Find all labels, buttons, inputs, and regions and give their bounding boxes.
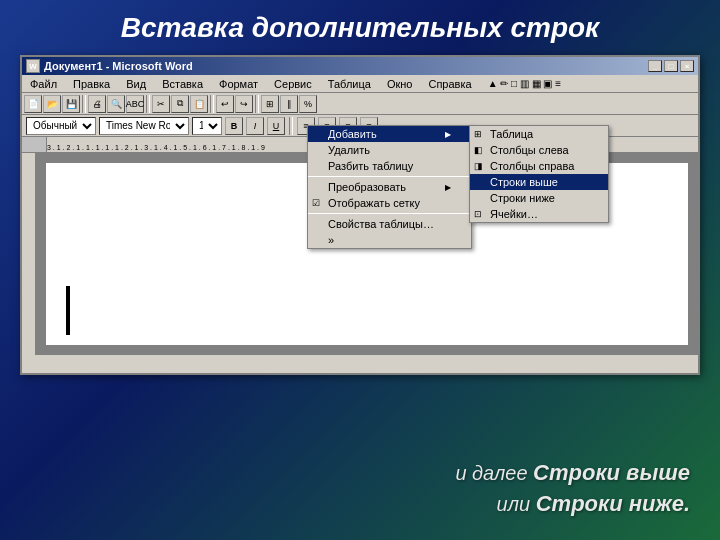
save-button[interactable]: 💾	[62, 95, 80, 113]
word-icon: W	[29, 62, 37, 71]
col-right-icon: ◨	[474, 161, 483, 171]
menu-insert[interactable]: Вставка	[158, 77, 207, 91]
sub-row-below[interactable]: Строки ниже	[470, 190, 608, 206]
table-cell	[69, 303, 70, 319]
ctx-convert-label: Преобразовать	[328, 181, 406, 193]
bottom-line1: и далее Строки выше	[455, 458, 690, 489]
slide-title: Вставка дополнительных строк	[0, 0, 720, 52]
sub-row-above-label: Строки выше	[490, 176, 558, 188]
copy-button[interactable]: ⧉	[171, 95, 189, 113]
print-button[interactable]: 🖨	[88, 95, 106, 113]
undo-button[interactable]: ↩	[216, 95, 234, 113]
sub-col-left-label: Столбцы слева	[490, 144, 569, 156]
ctx-split[interactable]: Разбить таблицу	[308, 158, 471, 174]
sub-table[interactable]: ⊞ Таблица	[470, 126, 608, 142]
spell-button[interactable]: ABC	[126, 95, 144, 113]
sub-row-below-label: Строки ниже	[490, 192, 555, 204]
toolbar-row: 📄 📂 💾 🖨 🔍 ABC ✂ ⧉ 📋 ↩ ↪ ⊞ ∥ %	[22, 93, 698, 115]
menu-service[interactable]: Сервис	[270, 77, 316, 91]
toolbar-sep4	[255, 95, 259, 113]
ctx-add[interactable]: Добавить	[308, 126, 471, 142]
ctx-add-label: Добавить	[328, 128, 377, 140]
table-row	[67, 319, 70, 335]
menu-file[interactable]: Файл	[26, 77, 61, 91]
ctx-delete[interactable]: Удалить	[308, 142, 471, 158]
toolbar-sep1	[82, 95, 86, 113]
font-dropdown[interactable]: Times New Roman	[99, 117, 189, 135]
menu-format[interactable]: Формат	[215, 77, 262, 91]
menu-bar: Файл Правка Вид Вставка Формат Сервис Та…	[22, 75, 698, 93]
table-cell	[69, 287, 70, 303]
new-button[interactable]: 📄	[24, 95, 42, 113]
toolbar-sep2	[146, 95, 150, 113]
ctx-grid[interactable]: ☑ Отображать сетку	[308, 195, 471, 211]
table-button[interactable]: ⊞	[261, 95, 279, 113]
minimize-button[interactable]: _	[648, 60, 662, 72]
close-button[interactable]: ×	[680, 60, 694, 72]
menu-extra-icons: ▲ ✏ □ ▥ ▦ ▣ ≡	[488, 78, 561, 89]
ctx-convert[interactable]: Преобразовать	[308, 179, 471, 195]
bottom-text: и далее Строки выше или Строки ниже.	[455, 458, 690, 520]
size-dropdown[interactable]: 12	[192, 117, 222, 135]
maximize-button[interactable]: □	[664, 60, 678, 72]
ctx-sep1	[308, 176, 471, 177]
sub-col-left[interactable]: ◧ Столбцы слева	[470, 142, 608, 158]
table-context-menu: Добавить Удалить Разбить таблицу Преобра…	[307, 125, 472, 249]
zoom-button[interactable]: %	[299, 95, 317, 113]
sub-cells-label: Ячейки…	[490, 208, 538, 220]
preview-button[interactable]: 🔍	[107, 95, 125, 113]
left-ruler	[22, 153, 36, 355]
redo-button[interactable]: ↪	[235, 95, 253, 113]
sub-table-label: Таблица	[490, 128, 533, 140]
sub-row-above[interactable]: Строки выше	[470, 174, 608, 190]
add-submenu: ⊞ Таблица ◧ Столбцы слева ◨ Столбцы спра…	[469, 125, 609, 223]
open-button[interactable]: 📂	[43, 95, 61, 113]
cells-icon: ⊡	[474, 209, 482, 219]
word-window: W Документ1 - Microsoft Word _ □ × Файл …	[20, 55, 700, 375]
menu-table[interactable]: Таблица	[324, 77, 375, 91]
columns-button[interactable]: ∥	[280, 95, 298, 113]
app-icon: W	[26, 59, 40, 73]
bottom-line2: или Строки ниже.	[455, 489, 690, 520]
ctx-sep2	[308, 213, 471, 214]
ctx-split-label: Разбить таблицу	[328, 160, 413, 172]
toolbar-sep3	[210, 95, 214, 113]
document-table	[66, 286, 70, 335]
format-sep	[289, 117, 293, 135]
menu-help[interactable]: Справка	[424, 77, 475, 91]
style-dropdown[interactable]: Обычный	[26, 117, 96, 135]
table-row	[67, 287, 70, 303]
table-row	[67, 303, 70, 319]
menu-edit[interactable]: Правка	[69, 77, 114, 91]
sub-col-right-label: Столбцы справа	[490, 160, 574, 172]
sub-col-right[interactable]: ◨ Столбцы справа	[470, 158, 608, 174]
menu-view[interactable]: Вид	[122, 77, 150, 91]
ctx-more-label: »	[328, 234, 334, 246]
ctx-grid-label: Отображать сетку	[328, 197, 420, 209]
table-icon: ⊞	[474, 129, 482, 139]
title-bar-controls: _ □ ×	[648, 60, 694, 72]
italic-button[interactable]: I	[246, 117, 264, 135]
cut-button[interactable]: ✂	[152, 95, 170, 113]
col-left-icon: ◧	[474, 145, 483, 155]
title-bar-text: Документ1 - Microsoft Word	[44, 60, 193, 72]
sub-cells[interactable]: ⊡ Ячейки…	[470, 206, 608, 222]
ctx-delete-label: Удалить	[328, 144, 370, 156]
bold-button[interactable]: B	[225, 117, 243, 135]
ctx-properties-label: Свойства таблицы…	[328, 218, 434, 230]
ctx-properties[interactable]: Свойства таблицы…	[308, 216, 471, 232]
ruler-corner	[22, 137, 47, 152]
paste-button[interactable]: 📋	[190, 95, 208, 113]
menu-window[interactable]: Окно	[383, 77, 417, 91]
ctx-more[interactable]: »	[308, 232, 471, 248]
underline-button[interactable]: U	[267, 117, 285, 135]
table-cell	[69, 319, 70, 335]
title-bar: W Документ1 - Microsoft Word _ □ ×	[22, 57, 698, 75]
grid-check-icon: ☑	[312, 198, 320, 208]
